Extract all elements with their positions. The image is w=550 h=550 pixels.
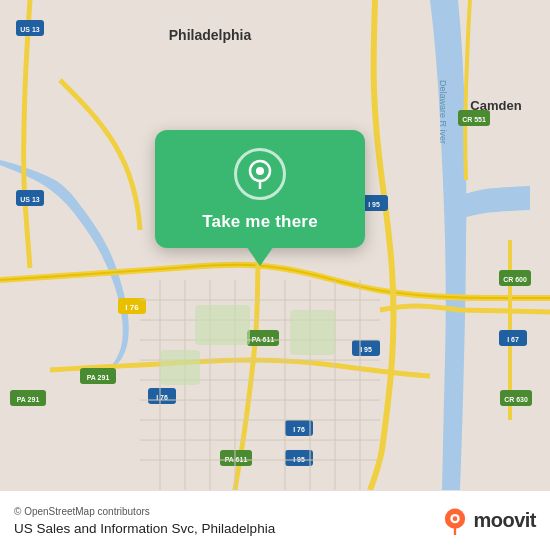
location-pin-icon [246, 157, 274, 194]
svg-text:Philadelphia: Philadelphia [169, 27, 252, 43]
svg-text:CR 551: CR 551 [462, 116, 486, 123]
popup-card: Take me there [155, 130, 365, 248]
moovit-text: moovit [473, 509, 536, 532]
svg-rect-54 [290, 310, 335, 355]
svg-text:PA 291: PA 291 [87, 374, 110, 381]
svg-rect-52 [195, 305, 250, 345]
svg-text:I 95: I 95 [360, 346, 372, 353]
svg-point-57 [256, 167, 264, 175]
svg-text:I 67: I 67 [507, 336, 519, 343]
bottom-bar: © OpenStreetMap contributors US Sales an… [0, 490, 550, 550]
svg-text:Camden: Camden [470, 98, 521, 113]
svg-text:Delaware R iver: Delaware R iver [438, 80, 448, 144]
svg-point-60 [453, 516, 458, 521]
svg-text:I 95: I 95 [368, 201, 380, 208]
svg-text:US 13: US 13 [20, 26, 40, 33]
bottom-left: © OpenStreetMap contributors US Sales an… [14, 506, 275, 536]
svg-text:I 76: I 76 [125, 303, 139, 312]
svg-text:PA 291: PA 291 [17, 396, 40, 403]
svg-text:I 76: I 76 [293, 426, 305, 433]
map-container: I 76 US 13 I 95 CR 551 CR 600 CR 630 I 6… [0, 0, 550, 490]
location-name: US Sales and Information Svc, Philadelph… [14, 521, 275, 536]
take-me-there-button[interactable]: Take me there [202, 212, 318, 232]
svg-text:CR 630: CR 630 [504, 396, 528, 403]
svg-text:US 13: US 13 [20, 196, 40, 203]
attribution-text: © OpenStreetMap contributors [14, 506, 275, 517]
svg-rect-53 [160, 350, 200, 385]
moovit-logo: moovit [441, 507, 536, 535]
svg-text:CR 600: CR 600 [503, 276, 527, 283]
moovit-icon-svg [441, 507, 469, 535]
location-icon-wrapper [234, 148, 286, 200]
